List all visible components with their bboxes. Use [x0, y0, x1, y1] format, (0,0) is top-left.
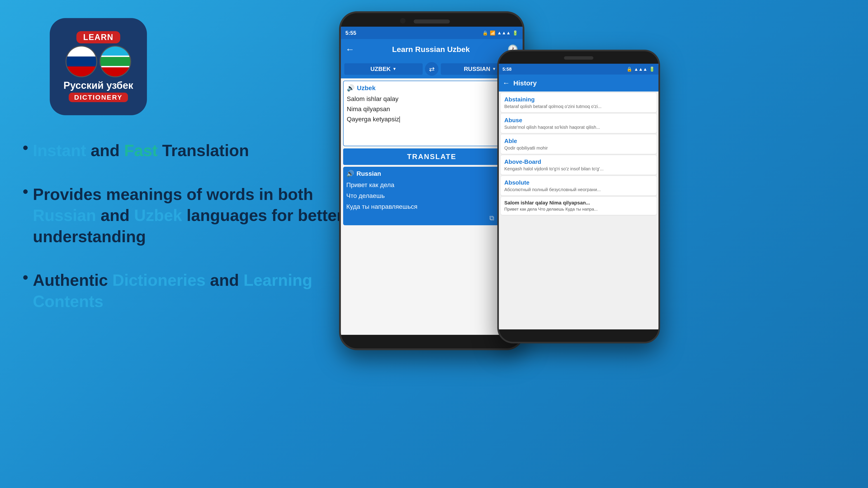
history-word-4: Above-Board [504, 158, 653, 165]
history-item-2[interactable]: Abuse Suiste'mol qilish haqorat so'kish … [501, 113, 657, 133]
bullet-3: • [23, 267, 28, 287]
feature-2-russian: Russian [33, 206, 101, 224]
history-word-6: Salom ishlar qalay Nima qilyapsan... [504, 200, 653, 206]
input-section-header: 🔊 Uzbek [347, 84, 517, 92]
history-item-3[interactable]: Able Qodir qobiliyatli mohir [501, 134, 657, 154]
feature-3-authentic: Authentic [33, 271, 112, 289]
input-text-area[interactable]: Salom ishlar qalay Nima qilyapsan Qayerg… [347, 94, 517, 124]
input-speaker-icon[interactable]: 🔊 [347, 84, 355, 92]
input-speaker-row: 🔊 [347, 134, 517, 142]
translate-button[interactable]: TRANSLATE [343, 149, 520, 165]
app-title: Русский узбек [64, 80, 133, 91]
source-lang-dropdown-icon: ▼ [393, 67, 397, 71]
feature-text-3: Authentic Dictioneries and LearningConte… [33, 270, 312, 312]
feature-1-instant: Instant [33, 141, 91, 160]
history-item-1[interactable]: Abstaining Betaraf qolish betaraf qolmoq… [501, 93, 657, 112]
target-lang-dropdown-icon: ▼ [492, 67, 496, 71]
history-status-time: 5:58 [502, 67, 512, 72]
phone-main-screen: 5:55 🔒 📶 ▲▲▲ 🔋 ← Learn Russian Uzbek 🕐 U… [341, 27, 523, 335]
phone-history: 5:58 🔒 ▲▲▲ 🔋 ← History Abstaining Betara… [497, 50, 660, 344]
dict-label: DICTIONERY [69, 93, 128, 102]
output-line3: Куда ты направляешься [346, 201, 517, 212]
main-status-bar: 5:55 🔒 📶 ▲▲▲ 🔋 [341, 27, 523, 39]
history-word-1: Abstaining [504, 96, 653, 103]
history-back-button[interactable]: ← [502, 79, 510, 87]
signal-icon: 📶 [490, 30, 495, 36]
output-text-area: Привет как дела Что делаешь Куда ты напр… [346, 180, 517, 212]
history-def-2: Suiste'mol qilish haqorat so'kish haqora… [504, 125, 653, 130]
output-section: 🔊 Russian Привет как дела Что делаешь Ку… [343, 167, 520, 225]
feature-text-2: Provides meanings of words in both Russi… [33, 184, 343, 248]
history-def-3: Qodir qobiliyatli mohir [504, 145, 653, 151]
history-item-6[interactable]: Salom ishlar qalay Nima qilyapsan... При… [501, 197, 657, 215]
history-screen-title: History [513, 79, 537, 87]
input-language-label: Uzbek [357, 85, 375, 92]
battery-full-icon: 🔋 [513, 30, 518, 36]
history-word-3: Able [504, 138, 653, 144]
input-line3: Qayerga ketyapsiz [347, 116, 399, 123]
history-word-2: Abuse [504, 117, 653, 124]
h-battery-full-icon: 🔋 [649, 66, 655, 72]
feature-item-1: • Instant and Fast Translation [23, 140, 362, 161]
feature-1-translation: Translation [162, 141, 249, 160]
history-item-4[interactable]: Above-Board Kengash halol vijdonli to'g'… [501, 155, 657, 175]
output-line1: Привет как дела [346, 180, 517, 191]
output-line2: Что делаешь [346, 191, 517, 201]
feature-item-2: • Provides meanings of words in both Rus… [23, 184, 362, 248]
history-status-icons: 🔒 ▲▲▲ 🔋 [627, 66, 655, 72]
learn-label: LEARN [76, 31, 120, 43]
swap-icon: ⇄ [429, 65, 435, 73]
main-status-time: 5:55 [345, 30, 356, 36]
source-lang-button[interactable]: UZBEK ▼ [344, 63, 423, 75]
output-language-label: Russian [356, 170, 381, 177]
history-topbar: ← History [499, 74, 658, 92]
main-app-title: Learn Russian Uzbek [359, 45, 503, 54]
feature-item-3: • Authentic Dictioneries and LearningCon… [23, 270, 362, 312]
input-controls: 🎤 ✕ [347, 125, 517, 134]
copy-button[interactable]: ⧉ [489, 214, 494, 222]
swap-language-button[interactable]: ⇄ [425, 62, 438, 76]
output-section-header: 🔊 Russian [346, 170, 517, 177]
feature-1-and1: and [91, 141, 124, 160]
output-speaker-icon[interactable]: 🔊 [346, 170, 354, 177]
h-battery-icon: 🔒 [627, 66, 632, 72]
output-controls: ⧉ ⬆ 🔊 [346, 214, 517, 222]
source-lang-label: UZBEK [370, 66, 391, 72]
phone-camera-main [400, 18, 405, 24]
wifi-icon: ▲▲▲ [497, 30, 510, 35]
history-word-5: Absolute [504, 179, 653, 186]
h-signal-icon: ▲▲▲ [634, 67, 647, 72]
main-back-button[interactable]: ← [345, 44, 354, 55]
bullet-1: • [23, 138, 28, 157]
bullet-2: • [23, 182, 28, 201]
uzbek-flag [99, 46, 131, 77]
input-line1: Salom ishlar qalay [347, 95, 399, 102]
input-section: 🔊 Uzbek Salom ishlar qalay Nima qilyapsa… [343, 80, 520, 146]
battery-icon: 🔒 [483, 30, 488, 36]
feature-2-and: and [101, 206, 134, 224]
feature-2-uzbek: Uzbek [134, 206, 186, 224]
phone-main: 5:55 🔒 📶 ▲▲▲ 🔋 ← Learn Russian Uzbek 🕐 U… [339, 11, 524, 350]
feature-2-provides: Provides meanings of words in both [33, 185, 313, 203]
history-def-1: Betaraf qolish betaraf qolmoq o'zini tut… [504, 104, 653, 109]
history-status-bar: 5:58 🔒 ▲▲▲ 🔋 [499, 64, 658, 74]
features-section: • Instant and Fast Translation • Provide… [23, 140, 362, 335]
main-topbar: ← Learn Russian Uzbek 🕐 [341, 39, 523, 59]
text-cursor [399, 116, 400, 123]
feature-3-and: and [210, 271, 243, 289]
feature-1-fast: Fast [124, 141, 162, 160]
main-status-icons: 🔒 📶 ▲▲▲ 🔋 [483, 30, 518, 36]
phone-history-screen: 5:58 🔒 ▲▲▲ 🔋 ← History Abstaining Betara… [499, 64, 658, 329]
target-lang-label: RUSSIAN [464, 66, 490, 72]
app-icon: LEARN Русский узбек DICTIONERY [50, 18, 147, 115]
feature-3-dict: Dictioneries [112, 271, 210, 289]
history-def-4: Kengash halol vijdonli to'g'ri so'z inso… [504, 166, 653, 171]
feature-text-1: Instant and Fast Translation [33, 140, 249, 161]
history-def-5: Абсолютный полный безусловный неограни..… [504, 187, 653, 192]
history-def-6: Привет как дела Что делаешь Куда ты напр… [504, 207, 653, 212]
lang-selector-row: UZBEK ▼ ⇄ RUSSIAN ▼ [341, 59, 523, 78]
flags-row [66, 46, 131, 77]
input-line2: Nima qilyapsan [347, 105, 390, 112]
history-list: Abstaining Betaraf qolish betaraf qolmoq… [499, 92, 658, 216]
history-item-5[interactable]: Absolute Абсолютный полный безусловный н… [501, 176, 657, 195]
